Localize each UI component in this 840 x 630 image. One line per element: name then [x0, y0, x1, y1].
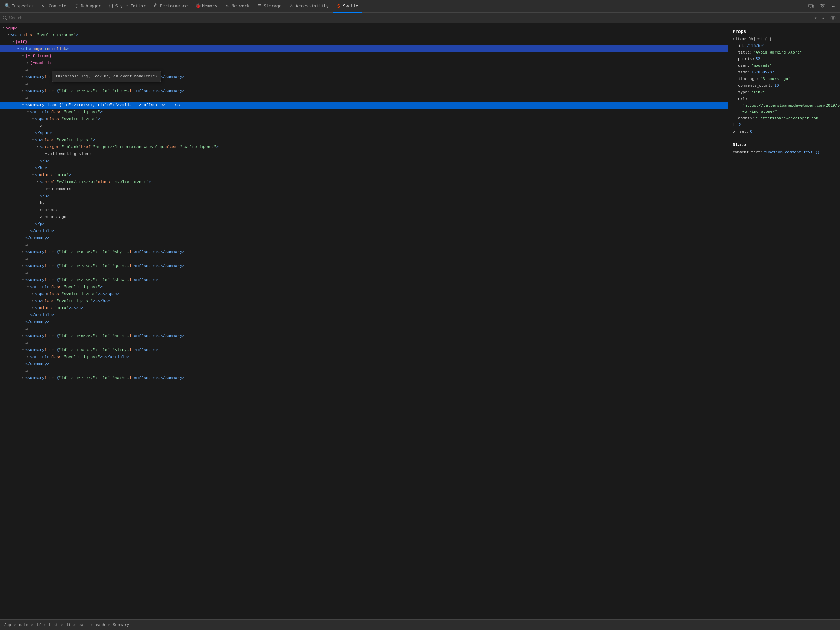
toggle-main[interactable]: [6, 33, 11, 37]
toggle-if1[interactable]: [11, 40, 16, 44]
prop-offset-value: 0: [750, 128, 753, 134]
tab-svelte[interactable]: S Svelte: [333, 0, 362, 13]
tree-line-summary-6[interactable]: <Summary item={"id":21165525,"title":"Me…: [0, 333, 728, 339]
tab-accessibility[interactable]: ♿ Accessibility: [286, 0, 332, 13]
toggle-summary-2[interactable]: [21, 103, 25, 107]
toggle-article[interactable]: [26, 110, 30, 114]
collapse-item-arrow[interactable]: ▾: [733, 36, 734, 42]
prop-user-key: user:: [738, 63, 750, 69]
toggle-summary-5[interactable]: [21, 278, 25, 282]
svelte-icon: S: [336, 3, 341, 8]
breadcrumb-if-2[interactable]: if: [65, 622, 72, 628]
tab-style-editor[interactable]: {} Style Editor: [105, 0, 149, 13]
tree-line-if-items[interactable]: {#if items}: [0, 52, 728, 60]
toggle-summary-0[interactable]: [21, 75, 25, 79]
toggle-p-meta[interactable]: [31, 173, 35, 177]
tab-performance[interactable]: ⏱ Performance: [150, 0, 191, 13]
toggle-span-5[interactable]: [31, 292, 35, 296]
tree-line-summary-7[interactable]: <Summary item={"id":21149882,"title":"Ki…: [0, 346, 728, 354]
tab-debugger[interactable]: ⬡ Debugger: [71, 0, 105, 13]
responsive-icon: [808, 3, 814, 9]
tree-line-article-5[interactable]: <article class="svelte-iq2nst">: [0, 284, 728, 291]
breadcrumb-each-1[interactable]: each: [77, 622, 90, 628]
tree-line-p-meta-5[interactable]: <p class="meta">…</p>: [0, 305, 728, 311]
toggle-summary-7[interactable]: [21, 348, 25, 352]
tree-line-text-mooreds: mooreds: [0, 207, 728, 213]
svg-line-7: [6, 19, 7, 20]
toggle-h2[interactable]: [31, 138, 35, 142]
tab-console[interactable]: >_ Console: [38, 0, 70, 13]
prop-url-value: "https://letterstoanewdeveloper.com/2019…: [742, 103, 840, 114]
tree-line-span-5[interactable]: <span class="svelte-iq2nst">…</span>: [0, 291, 728, 297]
responsive-design-button[interactable]: [807, 2, 816, 11]
toggle-article-7[interactable]: [26, 355, 30, 359]
search-input[interactable]: [9, 16, 810, 20]
screenshot-button[interactable]: [818, 2, 827, 11]
memory-icon: 🐞: [196, 3, 201, 8]
toggle-summary-3[interactable]: [21, 250, 25, 254]
tree-line-summary-2-selected[interactable]: <Summary item={"id":21167601,"title":"Av…: [0, 101, 728, 109]
search-next-button[interactable]: ▴: [820, 14, 827, 21]
tree-line-anchor[interactable]: <a target="_blank" href="https://letters…: [0, 144, 728, 150]
toggle-h2-5[interactable]: [31, 299, 35, 303]
tree-line-if1[interactable]: {#if}: [0, 38, 728, 46]
toggle-span-points[interactable]: [31, 117, 35, 121]
toggle-a-comments[interactable]: [36, 180, 40, 184]
toggle-article-5[interactable]: [26, 285, 30, 289]
toggle-summary-4[interactable]: [21, 264, 25, 268]
tree-line-p-meta[interactable]: <p class="meta">: [0, 172, 728, 178]
svg-point-6: [3, 16, 6, 19]
tree-line-list[interactable]: <List page=1 on:click>: [0, 46, 728, 52]
tree-line-main[interactable]: <main class="svelte-1ak8npv">: [0, 32, 728, 38]
tree-line-summary-1[interactable]: <Summary item={"id":21167683,"title":"Th…: [0, 87, 728, 95]
tab-network[interactable]: ⇅ Network: [221, 0, 253, 13]
tab-storage-label: Storage: [264, 3, 282, 8]
tree-line-close-summary-5: </Summary>: [0, 319, 728, 325]
toggle-list[interactable]: [16, 47, 20, 51]
toggle-anchor[interactable]: [36, 145, 40, 149]
tab-debugger-label: Debugger: [81, 3, 101, 8]
tree-line-h2[interactable]: <h2 class="svelte-iq2nst">: [0, 136, 728, 144]
tab-memory[interactable]: 🐞 Memory: [192, 0, 221, 13]
toggle-summary-6[interactable]: [21, 334, 25, 338]
tree-line-h2-5[interactable]: <h2 class="svelte-iq2nst">…</h2>: [0, 297, 728, 305]
tree-line-summary-3[interactable]: <Summary item={"id":21166235,"title":"Wh…: [0, 248, 728, 256]
breadcrumb-main[interactable]: main: [18, 622, 30, 628]
tab-storage[interactable]: ☰ Storage: [254, 0, 285, 13]
toggle-summary-1[interactable]: [21, 89, 25, 93]
breadcrumb-if-1[interactable]: if: [35, 622, 43, 628]
main-content: <App> <main class="svelte-1ak8npv"> {#if…: [0, 23, 840, 619]
prop-item-object[interactable]: ▾ item: Object {…}: [733, 36, 836, 42]
tree-line-each[interactable]: {#each it: [0, 60, 728, 66]
tree-line-article-7[interactable]: <article class="svelte-iq2nst">…</articl…: [0, 354, 728, 360]
tree-line-a-comments[interactable]: <a href="#/item/21167601" class="svelte-…: [0, 178, 728, 185]
breadcrumb: App > main > if > List > if > each > eac…: [0, 619, 840, 630]
console-icon: >_: [42, 3, 47, 8]
tree-line-article[interactable]: <article class="svelte-iq2nst">: [0, 109, 728, 115]
tree-line-close-a: </a>: [0, 158, 728, 164]
eye-button[interactable]: [829, 14, 837, 22]
prop-url-key: url:: [738, 96, 748, 102]
tab-memory-label: Memory: [202, 3, 217, 8]
toggle-each[interactable]: [26, 61, 30, 65]
tree-line-span-points[interactable]: <span class="svelte-iq2nst">: [0, 115, 728, 123]
tree-line-summary-4[interactable]: <Summary item={"id":21167368,"title":"Qu…: [0, 262, 728, 270]
toggle-if-items[interactable]: [21, 54, 25, 58]
breadcrumb-summary[interactable]: Summary: [112, 622, 131, 628]
tree-line-app[interactable]: <App>: [0, 25, 728, 32]
prop-type: type: "link": [733, 89, 836, 95]
tree-line-summary-5[interactable]: <Summary item={"id":21162466,"title":"Sh…: [0, 276, 728, 284]
overflow-menu-button[interactable]: ⋯: [829, 2, 838, 11]
breadcrumb-list[interactable]: List: [47, 622, 60, 628]
toggle-app[interactable]: [2, 26, 6, 30]
toggle-p-5[interactable]: [31, 306, 35, 310]
breadcrumb-app[interactable]: App: [3, 622, 13, 628]
tree-line-summary-8[interactable]: <Summary item={"id":21167497,"title":"Ma…: [0, 374, 728, 382]
prop-type-value: "link": [751, 89, 765, 95]
toggle-summary-8[interactable]: [21, 376, 25, 380]
breadcrumb-each-2[interactable]: each: [95, 622, 107, 628]
breadcrumb-sep-3: >: [44, 623, 46, 627]
tree-line-close-article-5: </article>: [0, 311, 728, 319]
tab-inspector[interactable]: 🔍 Inspector: [2, 0, 38, 13]
search-prev-button[interactable]: ▾: [812, 14, 819, 21]
